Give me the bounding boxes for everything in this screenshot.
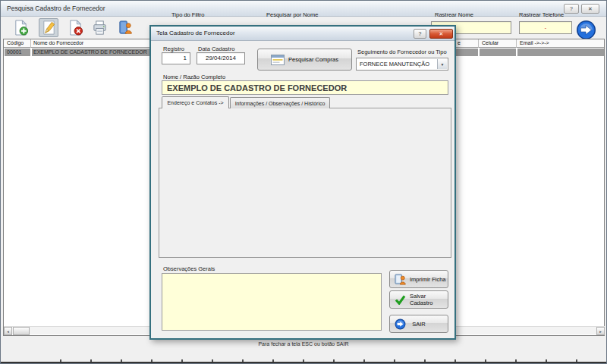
seguimento-label: Seguimento do Fornecedor ou Tipo (357, 49, 447, 55)
chevron-down-icon: ▼ (437, 59, 447, 69)
footer-hint: Para fechar a tela ESC ou botão SAIR (1, 341, 606, 347)
tab-panel-endereco (159, 108, 451, 258)
exit-person-icon (118, 20, 134, 36)
imprimir-ficha-label: Imprimir Ficha (410, 276, 446, 283)
salvar-cadastro-button[interactable]: Salvar Cadastro (389, 290, 448, 309)
grid-col-separator (30, 39, 31, 48)
help-icon: ? (570, 6, 573, 11)
imprimir-ficha-button[interactable]: Imprimir Ficha (389, 270, 448, 288)
dialog-titlebar: Tela Cadastro de Fornecedor (151, 27, 454, 41)
dialog-close-button[interactable]: ✕ (429, 29, 453, 39)
grid-cell-gap (516, 49, 517, 56)
grid-col-celular: Celular (482, 40, 498, 46)
grid-col-codigo: Código (7, 40, 24, 46)
sair-label: SAIR (412, 321, 426, 328)
tab-informacoes-label: Informações / Observações / Histórico (235, 101, 326, 106)
grid-cell-gap (30, 49, 32, 56)
print-sheet-person-icon (395, 274, 406, 285)
blue-arrow-icon (576, 20, 596, 40)
pesquisar-compras-button[interactable]: Pesquisar Compras (257, 49, 352, 71)
pesquisar-compras-label: Pesquisar Compras (288, 56, 338, 63)
add-record-icon (13, 20, 29, 36)
data-cadastro-input[interactable]: 29/04/2014 (197, 52, 245, 64)
main-window-title: Pesquisa Cadastro de Fornecedor (7, 5, 105, 12)
grid-col-email: Email ->->-> (520, 40, 549, 46)
grid-cell-gap (478, 49, 480, 56)
seguimento-select[interactable]: FORNECE MANUTENÇÃO ▼ (356, 58, 448, 71)
app-window: Pesquisa Cadastro de Fornecedor ? ✕ (0, 0, 607, 364)
seguimento-value: FORNECE MANUTENÇÃO (360, 61, 429, 67)
go-search-button[interactable] (576, 20, 596, 40)
close-icon: ✕ (588, 6, 593, 12)
registro-input[interactable]: 1 (162, 52, 190, 64)
registro-label: Registro (163, 46, 184, 52)
tab-endereco-label: Endereço e Contatos -> (167, 100, 223, 105)
filter-rastrear-telefone-label: Rastrear Telefone (519, 11, 564, 18)
grid-col-separator (516, 39, 517, 48)
scroll-right-arrow-icon[interactable]: ▸ (596, 327, 605, 335)
delete-record-icon (68, 20, 83, 36)
print-list-button[interactable] (90, 18, 109, 37)
add-record-button[interactable] (11, 18, 30, 37)
grid-col-separator (478, 39, 479, 48)
grid-col-nome: Nome do Fornecedor (33, 40, 83, 46)
filter-pesquisar-nome-label: Pesquisar por Nome (266, 11, 318, 18)
nome-razao-label: Nome / Razão Completo (163, 74, 225, 80)
close-icon: ✕ (439, 31, 444, 37)
edit-record-button[interactable] (39, 18, 58, 37)
dialog-help-button[interactable]: ? (414, 29, 426, 39)
row-nome-value: EXEMPLO DE CADASTRO DE FORNECEDOR (33, 49, 147, 55)
exit-search-button[interactable] (115, 18, 135, 37)
cadastro-dialog: Tela Cadastro de Fornecedor ? ✕ Registro… (149, 25, 456, 340)
tab-informacoes-historico[interactable]: Informações / Observações / Histórico (230, 97, 330, 108)
dialog-title: Tela Cadastro de Fornecedor (156, 30, 235, 36)
salvar-cadastro-label: Salvar Cadastro (410, 293, 448, 306)
observacoes-label: Observações Gerais (163, 265, 215, 272)
tab-endereco-contatos[interactable]: Endereço e Contatos -> (162, 96, 229, 108)
green-check-icon (395, 295, 406, 305)
observacoes-textarea[interactable] (162, 273, 382, 331)
printer-icon (92, 20, 108, 36)
main-help-button[interactable]: ? (564, 4, 579, 14)
grid-col-fone-partial: e (458, 40, 461, 46)
sair-button[interactable]: SAIR (389, 315, 448, 333)
blue-arrow-icon (395, 318, 406, 330)
edit-pencil-icon (41, 20, 57, 36)
purchases-card-icon (271, 55, 285, 65)
scroll-left-arrow-icon[interactable]: ◂ (4, 327, 12, 335)
nome-razao-input[interactable]: EXEMPLO DE CADASTRO DE FORNECEDOR (162, 80, 448, 95)
filter-tipo-label: Tipo do Filtro (171, 11, 205, 18)
help-icon: ? (419, 31, 422, 36)
main-close-button[interactable]: ✕ (581, 4, 599, 14)
row-codigo-value: 00001 (7, 49, 21, 55)
rastrear-telefone-input[interactable]: - (519, 21, 572, 34)
data-cadastro-label: Data Cadastro (198, 46, 234, 52)
scroll-thumb[interactable] (13, 327, 30, 335)
delete-record-button[interactable] (65, 18, 85, 37)
filter-rastrear-nome-label: Rastrear Nome (435, 11, 473, 18)
